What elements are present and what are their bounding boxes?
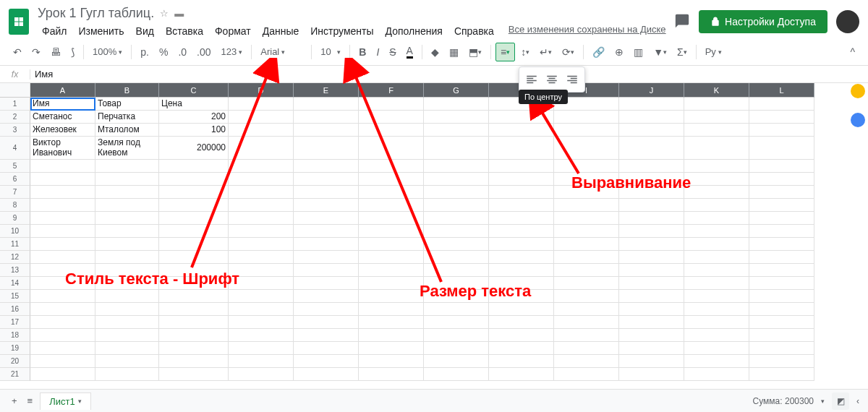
row-header[interactable]: 14 bbox=[0, 277, 30, 290]
menu-data[interactable]: Данные bbox=[258, 24, 304, 38]
menu-edit[interactable]: Изменить bbox=[74, 24, 128, 38]
cell-c1[interactable]: Цена bbox=[159, 98, 229, 111]
spreadsheet-grid[interactable]: A B C D E F G H I J K L 1 Имя Товар Цена… bbox=[0, 83, 814, 372]
align-center-icon[interactable] bbox=[542, 70, 561, 89]
text-color-button[interactable]: A bbox=[402, 42, 417, 61]
menu-addons[interactable]: Дополнения bbox=[381, 24, 447, 38]
col-header-f[interactable]: F bbox=[359, 83, 424, 98]
more-formats-button[interactable]: 123▾ bbox=[217, 43, 247, 60]
row-header[interactable]: 6 bbox=[0, 173, 30, 186]
filter-button[interactable]: ▼▾ bbox=[649, 43, 671, 61]
row-header-1[interactable]: 1 bbox=[0, 98, 30, 111]
text-rotation-button[interactable]: ⟳▾ bbox=[558, 43, 579, 61]
row-header[interactable]: 7 bbox=[0, 186, 30, 199]
cell-b4[interactable]: Земля под Киевом bbox=[95, 137, 159, 160]
row-header[interactable]: 13 bbox=[0, 264, 30, 277]
cell-b3[interactable]: Мталолом bbox=[95, 124, 159, 137]
align-horizontal-button[interactable]: ≡▾ bbox=[495, 43, 515, 61]
cell-a3[interactable]: Железовек bbox=[30, 124, 95, 137]
redo-button[interactable]: ↷ bbox=[27, 43, 45, 61]
row-header[interactable]: 20 bbox=[0, 355, 30, 368]
cell-a1[interactable]: Имя bbox=[30, 98, 95, 111]
row-header-4[interactable]: 4 bbox=[0, 137, 30, 160]
col-header-j[interactable]: J bbox=[619, 83, 684, 98]
borders-button[interactable]: ▦ bbox=[445, 43, 463, 61]
menu-insert[interactable]: Вставка bbox=[161, 24, 208, 38]
menu-file[interactable]: Файл bbox=[38, 24, 71, 38]
doc-title[interactable]: Урок 1 Гугл таблиц. bbox=[38, 6, 154, 21]
comment-button[interactable]: ⊕ bbox=[610, 43, 628, 61]
formula-input[interactable]: Имя bbox=[30, 69, 868, 80]
share-button[interactable]: Настройки Доступа bbox=[699, 10, 827, 33]
italic-button[interactable]: I bbox=[372, 43, 383, 61]
row-header[interactable]: 18 bbox=[0, 329, 30, 342]
paint-format-button[interactable]: ⟆ bbox=[67, 43, 79, 61]
user-avatar[interactable] bbox=[836, 10, 859, 33]
col-header-g[interactable]: G bbox=[424, 83, 489, 98]
font-dropdown[interactable]: Arial▾ bbox=[256, 43, 307, 60]
strikethrough-button[interactable]: S bbox=[385, 43, 400, 61]
text-wrap-button[interactable]: ↵▾ bbox=[535, 43, 556, 61]
decimal-more-button[interactable]: .00 bbox=[192, 43, 215, 61]
row-header[interactable]: 8 bbox=[0, 199, 30, 212]
col-header-k[interactable]: K bbox=[684, 83, 749, 98]
percent-button[interactable]: % bbox=[155, 43, 172, 61]
row-header[interactable]: 15 bbox=[0, 290, 30, 303]
spellcheck-button[interactable]: Py▾ bbox=[701, 43, 726, 60]
row-header-3[interactable]: 3 bbox=[0, 124, 30, 137]
font-size-dropdown[interactable]: 10▾ bbox=[316, 43, 345, 60]
row-header-2[interactable]: 2 bbox=[0, 111, 30, 124]
side-panel-toggle[interactable]: ‹ bbox=[856, 396, 859, 406]
cell-b1[interactable]: Товар bbox=[95, 98, 159, 111]
col-header-c[interactable]: C bbox=[159, 83, 229, 98]
functions-button[interactable]: Σ▾ bbox=[673, 43, 692, 61]
chart-button[interactable]: ▥ bbox=[629, 43, 647, 61]
cell-a2[interactable]: Сметанос bbox=[30, 111, 95, 124]
sheets-logo[interactable] bbox=[9, 9, 29, 35]
col-header-d[interactable]: D bbox=[229, 83, 294, 98]
sum-status[interactable]: Сумма: 200300 bbox=[753, 396, 814, 406]
tasks-icon[interactable] bbox=[851, 113, 865, 127]
cell-c3[interactable]: 100 bbox=[159, 124, 229, 137]
menu-format[interactable]: Формат bbox=[210, 24, 255, 38]
menu-tools[interactable]: Инструменты bbox=[306, 24, 378, 38]
align-vertical-button[interactable]: ↕▾ bbox=[516, 43, 534, 61]
all-sheets-button[interactable]: ≡ bbox=[25, 392, 36, 409]
col-header-a[interactable]: A bbox=[30, 83, 95, 98]
currency-button[interactable]: р. bbox=[136, 43, 153, 61]
sheet-tab-1[interactable]: Лист1 ▾ bbox=[40, 392, 90, 410]
undo-button[interactable]: ↶ bbox=[9, 43, 26, 61]
row-header[interactable]: 17 bbox=[0, 316, 30, 329]
add-sheet-button[interactable]: + bbox=[9, 392, 20, 409]
print-button[interactable]: 🖶 bbox=[46, 43, 65, 61]
merge-button[interactable]: ⬒▾ bbox=[464, 43, 486, 61]
row-header[interactable]: 12 bbox=[0, 251, 30, 264]
cell-c2[interactable]: 200 bbox=[159, 111, 229, 124]
menu-help[interactable]: Справка bbox=[450, 24, 498, 38]
cell-c4[interactable]: 200000 bbox=[159, 137, 229, 160]
folder-icon[interactable]: ▬ bbox=[174, 8, 184, 19]
row-header[interactable]: 16 bbox=[0, 303, 30, 316]
row-header[interactable]: 21 bbox=[0, 368, 30, 381]
align-right-icon[interactable] bbox=[563, 70, 582, 89]
cell-a4[interactable]: Виктор Иванович bbox=[30, 137, 95, 160]
keep-icon[interactable] bbox=[851, 84, 865, 98]
row-header[interactable]: 5 bbox=[0, 160, 30, 173]
link-button[interactable]: 🔗 bbox=[588, 43, 609, 61]
col-header-b[interactable]: B bbox=[95, 83, 159, 98]
row-header[interactable]: 9 bbox=[0, 212, 30, 225]
row-header[interactable]: 19 bbox=[0, 342, 30, 355]
fill-color-button[interactable]: ◆ bbox=[427, 43, 443, 61]
col-header-l[interactable]: L bbox=[749, 83, 814, 98]
menu-view[interactable]: Вид bbox=[132, 24, 158, 38]
explore-button[interactable]: ◩ bbox=[832, 392, 849, 410]
zoom-dropdown[interactable]: 100%▾ bbox=[88, 43, 127, 60]
saved-status[interactable]: Все изменения сохранены на Диске bbox=[509, 24, 666, 38]
comments-icon[interactable] bbox=[674, 13, 690, 31]
row-header[interactable]: 10 bbox=[0, 225, 30, 238]
decimal-less-button[interactable]: .0 bbox=[174, 43, 191, 61]
cell-b2[interactable]: Перчатка bbox=[95, 111, 159, 124]
row-header[interactable]: 11 bbox=[0, 238, 30, 251]
align-left-icon[interactable] bbox=[522, 70, 541, 89]
bold-button[interactable]: B bbox=[354, 43, 370, 61]
